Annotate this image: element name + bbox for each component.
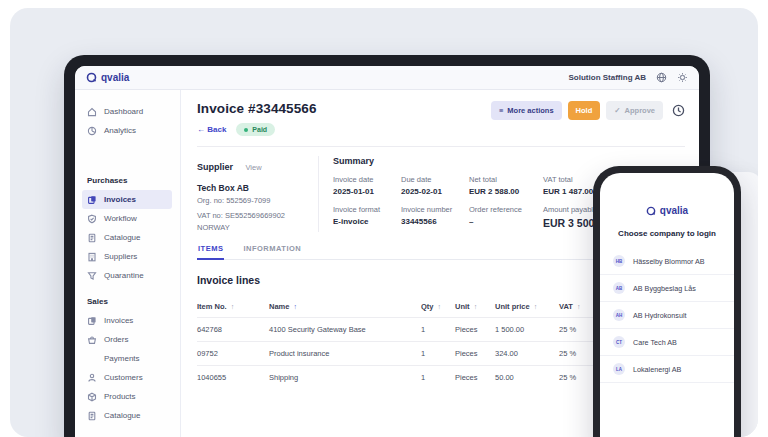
check-icon: ✓ bbox=[614, 106, 620, 115]
tab-items[interactable]: ITEMS bbox=[197, 244, 224, 260]
sidebar-item-products[interactable]: Products bbox=[82, 387, 172, 406]
sort-icon[interactable]: ↑ bbox=[577, 303, 581, 310]
home-icon bbox=[87, 107, 97, 117]
company-list-item[interactable]: AH AB Hydrokonsult bbox=[600, 302, 734, 329]
phone-frame: qvalia Choose company to login HB Hässel… bbox=[593, 166, 741, 437]
company-avatar: AH bbox=[613, 309, 625, 321]
clock-icon bbox=[672, 104, 685, 117]
sidebar-item-customers[interactable]: Customers bbox=[82, 368, 172, 387]
company-list-item[interactable]: LA Lokalenergi AB bbox=[600, 356, 734, 383]
person-icon bbox=[87, 373, 97, 383]
sidebar-item-label: Orders bbox=[104, 335, 128, 344]
sidebar-section-sales: Sales bbox=[87, 297, 172, 306]
sidebar-item-payments[interactable]: Payments bbox=[82, 349, 172, 368]
pie-chart-icon bbox=[87, 126, 97, 136]
login-heading: Choose company to login bbox=[600, 229, 734, 238]
app-topbar: qvalia Solution Staffing AB bbox=[75, 66, 699, 90]
sidebar-item-dashboard[interactable]: Dashboard bbox=[82, 102, 172, 121]
status-badge: Paid bbox=[236, 123, 275, 136]
sidebar-item-suppliers[interactable]: Suppliers bbox=[82, 247, 172, 266]
sidebar-item-label: Workflow bbox=[104, 214, 137, 223]
supplier-vat-no: VAT no: SE552569669902 bbox=[197, 211, 310, 220]
summary-field: Invoice number33445566 bbox=[401, 205, 461, 229]
sidebar-item-label: Quarantine bbox=[104, 271, 144, 280]
brand-name: qvalia bbox=[101, 72, 129, 83]
shield-check-icon bbox=[87, 214, 97, 224]
summary-heading: Summary bbox=[333, 156, 685, 166]
sidebar-item-sales-catalogue[interactable]: Catalogue bbox=[82, 406, 172, 425]
summary-field: Net totalEUR 2 588.00 bbox=[469, 175, 535, 196]
globe-icon[interactable] bbox=[656, 72, 667, 83]
sidebar-item-label: Catalogue bbox=[104, 233, 140, 242]
sidebar: Dashboard Analytics Purchases Invoices bbox=[75, 90, 181, 437]
marketing-composition: qvalia Solution Staffing AB Dashboard bbox=[0, 0, 768, 437]
company-list-item[interactable]: HB Hässelby Blommor AB bbox=[600, 248, 734, 275]
company-avatar: HB bbox=[613, 255, 625, 267]
account-name[interactable]: Solution Staffing AB bbox=[569, 73, 646, 82]
background-card: qvalia Solution Staffing AB Dashboard bbox=[10, 8, 758, 437]
sidebar-item-sales-invoices[interactable]: Invoices bbox=[82, 311, 172, 330]
sidebar-item-workflow[interactable]: Workflow bbox=[82, 209, 172, 228]
company-avatar: CT bbox=[613, 336, 625, 348]
page-title: Invoice #33445566 bbox=[197, 101, 317, 116]
summary-field: Order reference– bbox=[469, 205, 535, 229]
menu-icon: ≡ bbox=[499, 106, 503, 115]
sidebar-item-label: Invoices bbox=[104, 316, 133, 325]
company-list-item[interactable]: AB AB Byggbeslag Lås bbox=[600, 275, 734, 302]
qvalia-logo: qvalia bbox=[86, 72, 129, 83]
supplier-country: NORWAY bbox=[197, 223, 310, 232]
more-actions-button[interactable]: ≡More actions bbox=[491, 101, 562, 120]
sidebar-item-purchases-invoices[interactable]: Invoices bbox=[82, 190, 172, 209]
funnel-icon bbox=[87, 271, 97, 281]
box-icon bbox=[87, 392, 97, 402]
supplier-name: Tech Box AB bbox=[197, 183, 310, 193]
brand-name: qvalia bbox=[660, 205, 688, 216]
sort-icon[interactable]: ↑ bbox=[438, 303, 442, 310]
sidebar-item-quarantine[interactable]: Quarantine bbox=[82, 266, 172, 285]
sidebar-item-label: Dashboard bbox=[104, 107, 143, 116]
history-clock-button[interactable] bbox=[671, 104, 685, 118]
sidebar-item-orders[interactable]: Orders bbox=[82, 330, 172, 349]
sidebar-item-label: Customers bbox=[104, 373, 143, 382]
sidebar-item-label: Suppliers bbox=[104, 252, 137, 261]
sidebar-item-purchases-catalogue[interactable]: Catalogue bbox=[82, 228, 172, 247]
sidebar-item-label: Analytics bbox=[104, 126, 136, 135]
sort-icon[interactable]: ↑ bbox=[474, 303, 478, 310]
company-avatar: AB bbox=[613, 282, 625, 294]
sidebar-item-label: Invoices bbox=[104, 195, 136, 204]
sidebar-item-label: Payments bbox=[104, 354, 140, 363]
summary-field: Invoice date2025-01-01 bbox=[333, 175, 393, 196]
summary-field: Due date2025-02-01 bbox=[401, 175, 461, 196]
sidebar-item-label: Catalogue bbox=[104, 411, 140, 420]
view-supplier-link[interactable]: View bbox=[245, 163, 261, 172]
gear-icon[interactable] bbox=[677, 72, 688, 83]
sidebar-item-analytics[interactable]: Analytics bbox=[82, 121, 172, 140]
basket-icon bbox=[87, 335, 97, 345]
tab-information[interactable]: INFORMATION bbox=[242, 244, 302, 259]
sort-icon[interactable]: ↑ bbox=[231, 303, 235, 310]
sidebar-item-label: Products bbox=[104, 392, 136, 401]
document-icon bbox=[87, 233, 97, 243]
company-list-item[interactable]: CT Care Tech AB bbox=[600, 329, 734, 356]
approve-button[interactable]: ✓Approve bbox=[606, 101, 663, 120]
sort-icon[interactable]: ↑ bbox=[534, 303, 538, 310]
invoice-icon bbox=[87, 316, 97, 326]
invoice-icon bbox=[87, 195, 97, 205]
back-arrow-icon: ← bbox=[197, 125, 205, 134]
sort-icon-active[interactable]: ↑ bbox=[294, 303, 298, 310]
qvalia-logo: qvalia bbox=[600, 205, 734, 216]
hold-button[interactable]: Hold bbox=[568, 101, 601, 120]
supplier-panel: Supplier View Tech Box AB Org. no: 55256… bbox=[197, 156, 319, 232]
header-divider bbox=[197, 146, 685, 147]
summary-field: Invoice formatE-invoice bbox=[333, 205, 393, 229]
supplier-heading: Supplier bbox=[197, 162, 233, 172]
building-icon bbox=[87, 252, 97, 262]
blank-icon-spacer bbox=[87, 354, 97, 364]
company-list: HB Hässelby Blommor AB AB AB Byggbeslag … bbox=[600, 248, 734, 383]
supplier-org-no: Org. no: 552569-7099 bbox=[197, 196, 310, 205]
sidebar-section-purchases: Purchases bbox=[87, 176, 172, 185]
company-avatar: LA bbox=[613, 363, 625, 375]
phone-screen: qvalia Choose company to login HB Hässel… bbox=[600, 173, 734, 437]
back-button[interactable]: ← Back bbox=[197, 125, 226, 134]
status-dot-icon bbox=[244, 128, 248, 132]
